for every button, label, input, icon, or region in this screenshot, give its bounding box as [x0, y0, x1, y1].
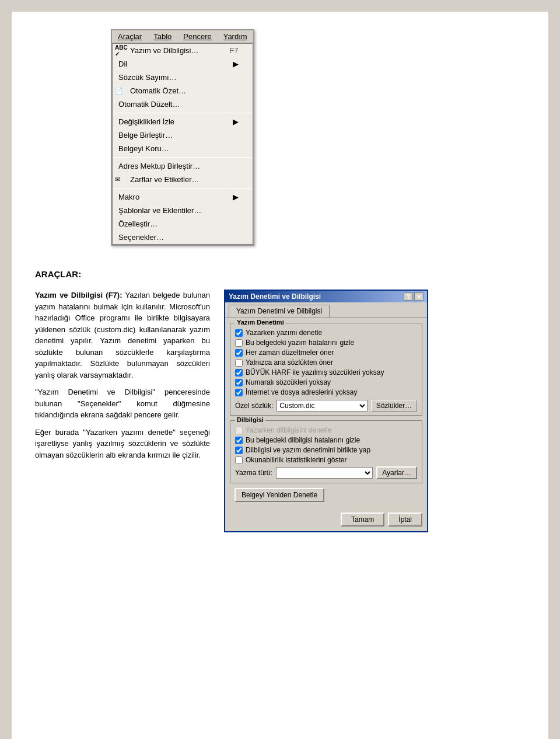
dialog-yazim-denetimi: Yazım Denetimi ve Dilbilgisi ? ✕ Yazım D… — [224, 290, 428, 532]
menu-item-sozcuk-label: Sözcük Sayımı… — [118, 73, 177, 82]
menu-item-otomatik-duzelt[interactable]: Otomatik Düzelt… — [113, 97, 253, 111]
iptal-button[interactable]: İptal — [388, 513, 422, 527]
checkbox-okunabilirlik-label: Okunabilirlik istatistiklerini göster — [246, 456, 346, 464]
checkbox-internet: İnternet ve dosya adreslerini yoksay — [235, 388, 417, 396]
menu-item-otomatik-ozet[interactable]: 📄 Otomatik Özet… — [113, 84, 253, 97]
dilbilgisi-group-title: Dilbilgisi — [235, 416, 265, 423]
menu-bar-araclar[interactable]: Araçlar — [116, 32, 144, 41]
checkbox-yalnizca-ana-input[interactable] — [235, 359, 243, 367]
checkbox-dilbilgisi-yazim: Dilbilgisi ve yazım denetimini birlikte … — [235, 446, 417, 454]
left-text-block: Yazım ve Dilbilgisi (F7): Yazılan belged… — [35, 290, 210, 466]
checkbox-bu-belgedeki-yazim-label: Bu belgedeki yazım hatalarını gizle — [246, 339, 354, 347]
tamam-button[interactable]: Tamam — [341, 513, 384, 527]
menu-item-adres-mektup-label: Adres Mektup Birleştir… — [118, 162, 200, 170]
menu-bar-yardim[interactable]: Yardım — [221, 32, 250, 41]
checkbox-bu-belgedeki-yazim-input[interactable] — [235, 339, 243, 347]
menu-item-sablonlar-label: Şablonlar ve Eklentiler… — [118, 206, 201, 215]
yazma-turu-select[interactable] — [276, 467, 373, 479]
checkbox-yalnizca-ana-label: Yalnızca ana sözlükten öner — [246, 358, 333, 367]
sozlukler-button[interactable]: Sözlükler… — [371, 400, 417, 412]
checkbox-buyuk-harf-label: BÜYÜK HARF ile yazılmış sözcükleri yoksa… — [246, 368, 384, 377]
menu-item-yazim-label: Yazım ve Dilbilgisi… — [130, 46, 199, 55]
ayarlar-button[interactable]: Ayarlar… — [376, 466, 417, 479]
yazma-turu-label: Yazma türü: — [235, 469, 272, 477]
menu-item-yazim-shortcut: F7 — [229, 46, 238, 55]
ozel-sozluk-select[interactable]: Custom.dic — [276, 400, 367, 412]
checkbox-internet-label: İnternet ve dosya adreslerini yoksay — [246, 388, 357, 396]
checkbox-yazarken-yazimi-input[interactable] — [235, 329, 243, 337]
yazim-denetimi-group-title: Yazım Denetimi — [235, 319, 286, 326]
checkbox-internet-input[interactable] — [235, 389, 243, 396]
belgeyi-yeniden-denetle-button[interactable]: Belgeyi Yeniden Denetle — [235, 488, 324, 502]
checkbox-her-zaman: Her zaman düzeltmeler öner — [235, 348, 417, 357]
checkbox-yazarken-dilbilgisi: Yazarken dilbilgisini denetle — [235, 426, 417, 434]
submenu-arrow-icon: ▶ — [233, 60, 239, 68]
checkbox-numarali-label: Numaralı sözcükleri yoksay — [246, 378, 331, 386]
checkbox-her-zaman-input[interactable] — [235, 349, 243, 357]
menu-item-dil[interactable]: Dil ▶ — [113, 57, 253, 71]
checkbox-dilbilgisi-yazim-label: Dilbilgisi ve yazım denetimini birlikte … — [246, 446, 370, 454]
checkbox-okunabilirlik: Okunabilirlik istatistiklerini göster — [235, 456, 417, 464]
menu-item-makro[interactable]: Makro ▶ — [113, 190, 253, 204]
menu-bar-pencere[interactable]: Pencere — [181, 32, 214, 41]
menu-item-secenekler[interactable]: Seçenekler… — [113, 231, 253, 244]
checkbox-numarali-input[interactable] — [235, 379, 243, 386]
menu-item-zarflar-label: Zarflar ve Etiketler… — [130, 175, 199, 184]
checkbox-yazarken-dilbilgisi-input[interactable] — [235, 427, 243, 434]
menu-item-belgeyi-koru-label: Belgeyi Koru… — [118, 144, 169, 153]
dialog-content: Yazım Denetimi Yazarken yazımı denetle B… — [225, 318, 427, 509]
ozel-sozluk-label: Özel sözlük: — [235, 402, 273, 410]
left-text-paragraph3: Eğer burada "Yazarken yazımı denetle" se… — [35, 427, 210, 461]
checkbox-her-zaman-label: Her zaman düzeltmeler öner — [246, 348, 334, 357]
menu-item-yazim[interactable]: ABC✓ Yazım ve Dilbilgisi… F7 — [113, 44, 253, 57]
menu-item-ozellestir[interactable]: Özelleştir… — [113, 217, 253, 231]
menu-item-belgeyi-koru[interactable]: Belgeyi Koru… — [113, 142, 253, 155]
checkbox-bu-belgedeki-dilbilgisi-label: Bu belgedeki dilbilgisi hatalarını gizle — [246, 436, 360, 444]
document-icon: 📄 — [115, 87, 123, 95]
menu-item-sozcuk[interactable]: Sözcük Sayımı… — [113, 71, 253, 84]
menu-bar: Araçlar Tablo Pencere Yardım — [112, 30, 253, 43]
dialog-title-bar: Yazım Denetimi ve Dilbilgisi ? ✕ — [225, 291, 427, 302]
dialog-close-button[interactable]: ✕ — [414, 292, 424, 301]
page-container: Araçlar Tablo Pencere Yardım ABC✓ Yazım … — [12, 12, 548, 739]
abc-check-icon: ABC✓ — [115, 44, 128, 57]
menu-item-secenekler-label: Seçenekler… — [118, 233, 164, 242]
checkbox-bu-belgedeki-dilbilgisi-input[interactable] — [235, 437, 243, 444]
menu-item-adres-mektup[interactable]: Adres Mektup Birleştir… — [113, 159, 253, 173]
submenu-arrow-icon-2: ▶ — [233, 117, 239, 126]
checkbox-okunabilirlik-input[interactable] — [235, 456, 243, 464]
checkbox-yalnizca-ana: Yalnızca ana sözlükten öner — [235, 358, 417, 367]
checkbox-yazarken-dilbilgisi-label: Yazarken dilbilgisini denetle — [246, 426, 331, 434]
main-content: Yazım ve Dilbilgisi (F7): Yazılan belged… — [35, 290, 525, 532]
checkbox-numarali: Numaralı sözcükleri yoksay — [235, 378, 417, 386]
menu-dropdown: ABC✓ Yazım ve Dilbilgisi… F7 Dil ▶ Sözcü… — [112, 43, 253, 245]
left-text-paragraph1: Yazım ve Dilbilgisi (F7): Yazılan belged… — [35, 290, 210, 381]
ozel-sozluk-row: Özel sözlük: Custom.dic Sözlükler… — [235, 400, 417, 412]
menu-item-zarflar[interactable]: ✉ Zarflar ve Etiketler… — [113, 173, 253, 186]
checkbox-bu-belgedeki-dilbilgisi: Bu belgedeki dilbilgisi hatalarını gizle — [235, 436, 417, 444]
separator-3 — [113, 188, 253, 189]
menu-item-degisiklikler[interactable]: Değişiklikleri İzle ▶ — [113, 115, 253, 128]
envelope-icon: ✉ — [115, 176, 120, 183]
checkbox-buyuk-harf: BÜYÜK HARF ile yazılmış sözcükleri yoksa… — [235, 368, 417, 377]
checkbox-dilbilgisi-yazim-input[interactable] — [235, 447, 243, 454]
menu-item-degisiklikler-label: Değişiklikleri İzle — [118, 117, 174, 126]
yazim-denetimi-group: Yazım Denetimi Yazarken yazımı denetle B… — [230, 323, 422, 416]
menu-item-sablonlar[interactable]: Şablonlar ve Eklentiler… — [113, 204, 253, 217]
menu-bar-tablo[interactable]: Tablo — [151, 32, 174, 41]
tab-yazim-denetimi[interactable]: Yazım Denetimi ve Dilbilgisi — [229, 305, 330, 318]
menu-item-belge-birlestir[interactable]: Belge Birleştir… — [113, 128, 253, 142]
section-label-araclar: ARAÇLAR: — [35, 269, 525, 279]
separator-2 — [113, 157, 253, 158]
separator-1 — [113, 113, 253, 113]
yazma-turu-row: Yazma türü: Ayarlar… — [235, 466, 417, 479]
menu-screenshot: Araçlar Tablo Pencere Yardım ABC✓ Yazım … — [111, 29, 254, 246]
checkbox-buyuk-harf-input[interactable] — [235, 369, 243, 377]
bold-yazim-label: Yazım ve Dilbilgisi (F7): — [35, 291, 122, 299]
left-text-p1-content: Yazılan belgede bulunan yazım hatalarını… — [35, 291, 210, 379]
menu-item-otomatik-ozet-label: Otomatik Özet… — [130, 86, 186, 95]
dialog-help-button[interactable]: ? — [404, 292, 413, 301]
menu-item-dil-label: Dil — [118, 60, 127, 68]
checkbox-yazarken-yazimi-label: Yazarken yazımı denetle — [246, 329, 322, 337]
menu-item-belge-birlestir-label: Belge Birleştir… — [118, 131, 173, 140]
